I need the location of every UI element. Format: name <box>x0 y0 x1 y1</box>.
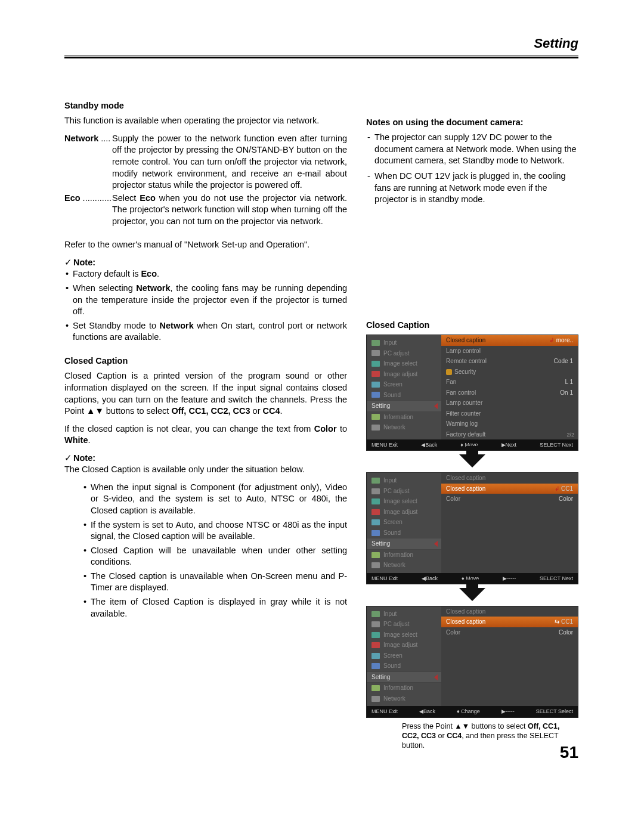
row-label: Closed caption <box>446 336 485 345</box>
menu-label: Sound <box>383 391 401 400</box>
osd-right-list-2: Closed captionClosed caption↲ CC1ColorCo… <box>441 473 578 573</box>
menu-item[interactable]: Information <box>367 683 441 693</box>
image select-icon <box>371 498 380 504</box>
pc adjust-icon <box>371 488 380 494</box>
menu-item[interactable]: Screen <box>367 517 441 528</box>
down-arrow-icon <box>459 454 485 467</box>
menu-item[interactable]: Network <box>367 560 441 571</box>
network-icon <box>371 425 380 431</box>
menu-item[interactable]: PC adjust <box>367 348 441 359</box>
row-label: Color <box>446 495 460 503</box>
menu-item[interactable]: Image select <box>367 496 441 507</box>
network-icon <box>371 696 380 702</box>
screen-icon <box>371 519 380 525</box>
osd-right-row[interactable]: Closed captionmore.. <box>441 335 578 346</box>
image adjust-icon <box>371 642 380 648</box>
osd-right-row[interactable]: ColorColor <box>441 627 578 638</box>
input-icon <box>371 478 380 484</box>
menu-label: Network <box>383 423 405 432</box>
left-column: Standby mode This function is available … <box>64 100 347 751</box>
menu-item[interactable]: Image adjust <box>367 369 441 380</box>
menu-item[interactable]: Sound <box>367 661 441 671</box>
osd-right-row[interactable]: Closed caption⇆ CC1 <box>441 617 578 627</box>
note-label-1: Note: <box>64 257 347 269</box>
menu-item[interactable]: Network <box>367 422 441 433</box>
header-rule <box>64 55 578 58</box>
menu-item[interactable]: Image adjust <box>367 640 441 651</box>
page-number: 51 <box>560 741 578 764</box>
cc-heading: Closed Caption <box>64 355 347 367</box>
row-label: Factory default <box>446 431 485 439</box>
menu-item[interactable]: Sound <box>367 528 441 538</box>
osd-left-menu-2: InputPC adjustImage selectImage adjustSc… <box>367 473 441 573</box>
menu-item[interactable]: Network <box>367 693 441 704</box>
chevron-left-icon <box>434 541 438 547</box>
menu-label: PC adjust <box>383 487 409 496</box>
osd-right-header: Closed caption <box>441 606 578 617</box>
chevron-left-icon <box>434 403 438 409</box>
menu-item[interactable]: Information <box>367 550 441 561</box>
osd-panel-3: InputPC adjustImage selectImage adjustSc… <box>366 606 578 718</box>
screen-icon <box>371 653 380 659</box>
menu-item[interactable]: Image adjust <box>367 507 441 518</box>
row-value: Color <box>559 495 573 503</box>
osd-right-row[interactable]: FanL 1 <box>441 377 578 388</box>
osd-right-row[interactable]: Warning log <box>441 419 578 429</box>
def-eco: Eco ............ Select Eco when you do … <box>64 193 347 228</box>
menu-label: Image adjust <box>383 370 417 379</box>
menu-label: Image adjust <box>383 508 417 516</box>
menu-item[interactable]: Information <box>367 412 441 423</box>
menu-item[interactable]: Screen <box>367 651 441 661</box>
osd-right-row[interactable]: Filter counter <box>441 408 578 419</box>
right-column: Notes on using the document camera: The … <box>366 100 578 751</box>
menu-item[interactable]: PC adjust <box>367 619 441 630</box>
osd-panel-2: InputPC adjustImage selectImage adjustSc… <box>366 472 578 584</box>
standby-refer: Refer to the owner's manual of "Network … <box>64 239 347 251</box>
menu-item-setting[interactable]: Setting <box>367 538 441 550</box>
osd-caption: Press the Point ▲▼ buttons to select Off… <box>402 721 578 751</box>
image adjust-icon <box>371 371 380 377</box>
pc adjust-icon <box>371 621 380 627</box>
row-label: Lamp counter <box>446 399 482 407</box>
menu-label: PC adjust <box>383 349 409 358</box>
menu-label: Image adjust <box>383 641 417 649</box>
menu-label: Information <box>383 413 413 422</box>
menu-item[interactable]: Input <box>367 609 441 620</box>
menu-item[interactable]: Image select <box>367 358 441 369</box>
row-value: ↲ CC1 <box>555 485 573 493</box>
menu-item-setting[interactable]: Setting <box>367 671 441 683</box>
menu-item[interactable]: Input <box>367 475 441 486</box>
network-icon <box>371 562 380 568</box>
menu-item[interactable]: Image select <box>367 630 441 640</box>
osd-right-row[interactable]: Security <box>441 367 578 377</box>
sound-icon <box>371 392 380 398</box>
row-label: Lamp control <box>446 347 481 355</box>
note-label-2: Note: <box>64 453 347 465</box>
menu-item-setting[interactable]: Setting <box>367 400 441 412</box>
menu-label: Network <box>383 561 405 569</box>
osd-right-row[interactable]: Closed caption↲ CC1 <box>441 484 578 494</box>
osd-left-menu-3: InputPC adjustImage selectImage adjustSc… <box>367 606 441 707</box>
menu-item[interactable]: Sound <box>367 390 441 401</box>
lock-icon <box>446 369 452 375</box>
menu-item[interactable]: Input <box>367 337 441 348</box>
osd-right-row[interactable]: Remote controlCode 1 <box>441 356 578 367</box>
osd-right-row[interactable]: ColorColor <box>441 494 578 504</box>
osd-right-row[interactable]: Fan controlOn 1 <box>441 388 578 398</box>
cc-para1: Closed Caption is a printed version of t… <box>64 370 347 417</box>
menu-label: PC adjust <box>383 620 409 628</box>
osd-right-row[interactable]: Lamp counter <box>441 398 578 408</box>
menu-label: Screen <box>383 652 402 660</box>
row-value: more.. <box>549 336 573 345</box>
row-label: Fan control <box>446 389 476 397</box>
menu-item[interactable]: PC adjust <box>367 486 441 497</box>
menu-label: Information <box>383 551 413 559</box>
osd-footer-3: MENU Exit ◀Back ♦ Change ▶----- SELECT S… <box>367 706 578 717</box>
menu-item[interactable]: Screen <box>367 379 441 390</box>
cc-right-heading: Closed Caption <box>366 320 578 332</box>
information-icon <box>371 552 380 558</box>
standby-intro: This function is available when operatin… <box>64 115 347 127</box>
menu-label: Image select <box>383 360 417 368</box>
osd-right-row[interactable]: Factory default <box>441 429 578 440</box>
osd-right-row[interactable]: Lamp control <box>441 346 578 357</box>
